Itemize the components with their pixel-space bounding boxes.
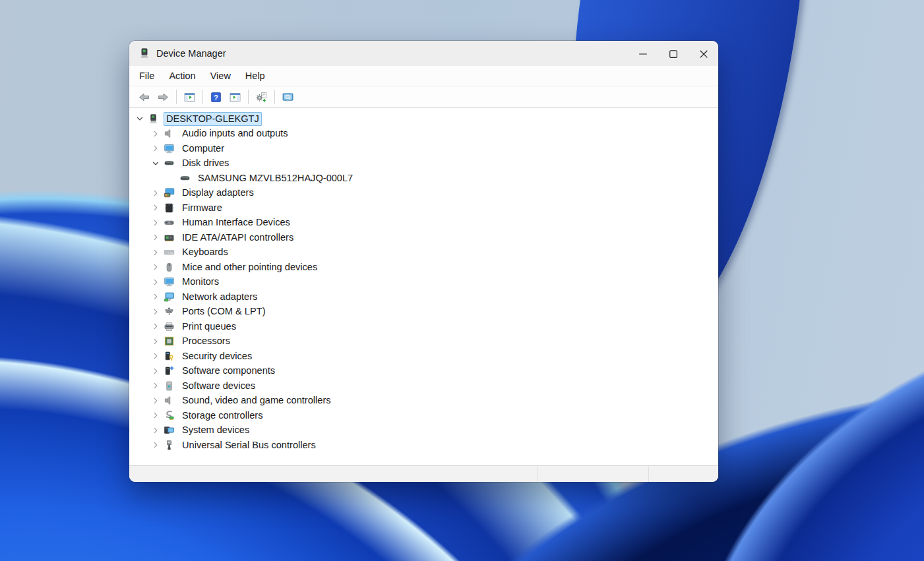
tree-item-security-devices[interactable]: Security devices bbox=[129, 349, 718, 364]
close-button[interactable] bbox=[688, 41, 718, 66]
chevron-right-icon bbox=[150, 351, 161, 361]
chevron-right-icon[interactable] bbox=[150, 188, 161, 198]
tree-item-network-adapters[interactable]: Network adapters bbox=[129, 289, 718, 305]
tree-item-desktop-glekgtj[interactable]: DESKTOP-GLEKGTJ bbox=[129, 111, 718, 127]
window-controls bbox=[627, 41, 718, 66]
storage-controller-icon bbox=[164, 410, 175, 421]
chevron-right-icon bbox=[150, 232, 161, 243]
expander-spacer bbox=[166, 173, 177, 183]
forward-button[interactable] bbox=[154, 88, 172, 105]
tree-item-audio-inputs-and-outputs[interactable]: Audio inputs and outputs bbox=[129, 127, 718, 142]
title-bar[interactable]: Device Manager bbox=[129, 41, 718, 66]
usb-controller-icon bbox=[164, 440, 175, 451]
chevron-right-icon[interactable] bbox=[150, 143, 161, 154]
chevron-right-icon[interactable] bbox=[150, 440, 161, 450]
chevron-right-icon[interactable] bbox=[150, 129, 161, 139]
chevron-right-icon[interactable] bbox=[150, 218, 161, 228]
tree-item-universal-serial-bus-controllers[interactable]: Universal Serial Bus controllers bbox=[129, 438, 718, 453]
chevron-right-icon[interactable] bbox=[150, 336, 161, 347]
tree-item-firmware[interactable]: Firmware bbox=[129, 200, 718, 216]
chevron-right-icon[interactable] bbox=[150, 247, 161, 258]
system-device-icon bbox=[164, 425, 175, 436]
chevron-down-icon bbox=[135, 113, 145, 124]
menu-file[interactable]: File bbox=[132, 68, 162, 84]
show-console-tree-button[interactable] bbox=[181, 88, 199, 105]
chevron-right-icon[interactable] bbox=[150, 410, 161, 421]
scan-hardware-changes-button[interactable] bbox=[253, 88, 270, 105]
gamepad-icon bbox=[164, 217, 175, 228]
chevron-right-icon[interactable] bbox=[150, 396, 161, 406]
chevron-right-icon bbox=[150, 440, 161, 450]
show-action-pane-button[interactable] bbox=[226, 88, 244, 105]
svg-text:?: ? bbox=[214, 93, 218, 101]
tree-item-label: Ports (COM & LPT) bbox=[179, 305, 268, 318]
chevron-right-icon[interactable] bbox=[150, 291, 161, 302]
chevron-right-icon[interactable] bbox=[150, 262, 161, 272]
menu-view[interactable]: View bbox=[203, 68, 238, 84]
tree-item-software-devices[interactable]: Software devices bbox=[129, 378, 718, 394]
chevron-right-icon[interactable] bbox=[150, 277, 161, 287]
tree-item-label: IDE ATA/ATAPI controllers bbox=[179, 231, 296, 245]
chevron-right-icon[interactable] bbox=[150, 380, 161, 391]
tree-item-monitors[interactable]: Monitors bbox=[129, 275, 718, 290]
chevron-right-icon bbox=[150, 188, 161, 198]
tree-item-sound-video-and-game-controllers[interactable]: Sound, video and game controllers bbox=[129, 394, 718, 409]
chevron-right-icon[interactable] bbox=[150, 351, 161, 361]
tree-item-human-interface-devices[interactable]: Human Interface Devices bbox=[129, 216, 718, 231]
serial-port-icon bbox=[164, 306, 175, 317]
monitor-icon bbox=[164, 276, 175, 287]
network-adapter-icon bbox=[164, 291, 175, 303]
chevron-right-icon[interactable] bbox=[150, 321, 161, 332]
maximize-button[interactable] bbox=[658, 41, 688, 66]
tree-item-label: Human Interface Devices bbox=[179, 216, 293, 229]
tree-item-ide-ata-atapi-controllers[interactable]: IDE ATA/ATAPI controllers bbox=[129, 230, 718, 245]
tree-item-label: Display adapters bbox=[179, 186, 257, 200]
chevron-right-icon bbox=[150, 143, 161, 154]
chevron-down-icon[interactable] bbox=[135, 113, 145, 124]
minimize-button[interactable] bbox=[627, 41, 658, 66]
disk-drive-icon bbox=[179, 173, 191, 184]
tree-item-print-queues[interactable]: Print queues bbox=[129, 319, 718, 334]
tree-item-label: Disk drives bbox=[179, 156, 231, 170]
tree-item-label: Network adapters bbox=[179, 290, 260, 304]
firmware-chip-icon bbox=[164, 202, 175, 214]
tree-item-label: Print queues bbox=[179, 320, 239, 334]
menu-help[interactable]: Help bbox=[238, 68, 272, 84]
tree-item-label: Security devices bbox=[179, 349, 255, 363]
tree-item-display-adapters[interactable]: Display adapters bbox=[129, 186, 718, 201]
device-search-button[interactable] bbox=[279, 88, 297, 105]
software-component-icon bbox=[164, 365, 175, 376]
tree-item-software-components[interactable]: Software components bbox=[129, 364, 718, 379]
chevron-down-icon[interactable] bbox=[150, 158, 161, 169]
chevron-right-icon[interactable] bbox=[150, 366, 161, 376]
help-button[interactable]: ? bbox=[207, 88, 225, 105]
tree-item-processors[interactable]: Processors bbox=[129, 334, 718, 349]
tree-item-label: System devices bbox=[179, 423, 252, 437]
tree-item-label: SAMSUNG MZVLB512HAJQ-000L7 bbox=[195, 171, 355, 185]
computer-root-icon bbox=[148, 113, 159, 125]
tree-item-label: Keyboards bbox=[179, 245, 231, 259]
menu-action[interactable]: Action bbox=[162, 68, 202, 84]
chevron-right-icon bbox=[150, 129, 161, 139]
tree-item-samsung-mzvlb512hajq-000l7[interactable]: SAMSUNG MZVLB512HAJQ-000L7 bbox=[129, 171, 718, 186]
toolbar-separator bbox=[202, 90, 203, 104]
chevron-right-icon bbox=[150, 366, 161, 376]
chevron-right-icon[interactable] bbox=[150, 425, 161, 436]
security-device-icon bbox=[164, 351, 175, 362]
tree-item-computer[interactable]: Computer bbox=[129, 141, 718, 156]
tree-item-ports-com-lpt[interactable]: Ports (COM & LPT) bbox=[129, 305, 718, 320]
audio-speaker-icon bbox=[164, 128, 175, 139]
chevron-right-icon[interactable] bbox=[150, 202, 161, 213]
tree-item-mice-and-other-pointing-devices[interactable]: Mice and other pointing devices bbox=[129, 260, 718, 275]
back-button[interactable] bbox=[135, 88, 153, 105]
show-action-pane-icon bbox=[230, 92, 241, 103]
chevron-right-icon bbox=[150, 262, 161, 272]
chevron-right-icon bbox=[150, 396, 161, 406]
chevron-right-icon bbox=[150, 291, 161, 302]
tree-item-disk-drives[interactable]: Disk drives bbox=[129, 156, 718, 171]
chevron-right-icon[interactable] bbox=[150, 232, 161, 243]
tree-item-system-devices[interactable]: System devices bbox=[129, 423, 718, 438]
tree-item-storage-controllers[interactable]: Storage controllers bbox=[129, 408, 718, 423]
tree-item-keyboards[interactable]: Keyboards bbox=[129, 245, 718, 260]
chevron-right-icon[interactable] bbox=[150, 307, 161, 317]
